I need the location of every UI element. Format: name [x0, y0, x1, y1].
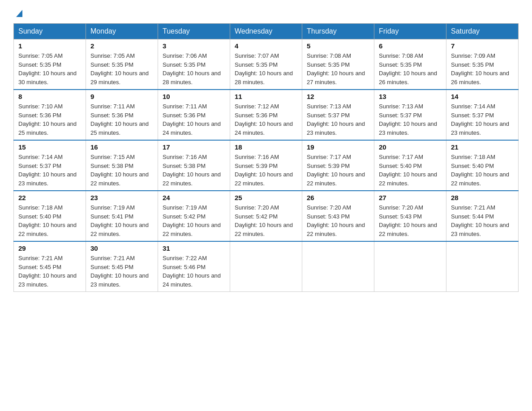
day-number: 17 [163, 143, 225, 151]
calendar-day-cell: 7Sunrise: 7:09 AMSunset: 5:35 PMDaylight… [446, 39, 519, 90]
column-header-thursday: Thursday [302, 24, 374, 39]
calendar-day-cell: 18Sunrise: 7:16 AMSunset: 5:39 PMDayligh… [230, 140, 302, 191]
calendar-week-row: 1Sunrise: 7:05 AMSunset: 5:35 PMDaylight… [14, 39, 519, 90]
svg-marker-0 [16, 10, 22, 17]
column-header-monday: Monday [86, 24, 158, 39]
calendar-day-cell: 11Sunrise: 7:12 AMSunset: 5:36 PMDayligh… [230, 90, 302, 140]
calendar-day-cell: 24Sunrise: 7:19 AMSunset: 5:42 PMDayligh… [158, 191, 230, 241]
day-number: 31 [163, 244, 225, 252]
calendar-day-cell: 13Sunrise: 7:13 AMSunset: 5:37 PMDayligh… [374, 90, 446, 140]
calendar-day-cell: 5Sunrise: 7:08 AMSunset: 5:35 PMDaylight… [302, 39, 374, 90]
day-number: 2 [90, 42, 153, 50]
day-info: Sunrise: 7:17 AMSunset: 5:39 PMDaylight:… [307, 153, 369, 188]
day-info: Sunrise: 7:11 AMSunset: 5:36 PMDaylight:… [163, 102, 225, 137]
day-info: Sunrise: 7:14 AMSunset: 5:37 PMDaylight:… [451, 102, 514, 137]
day-info: Sunrise: 7:08 AMSunset: 5:35 PMDaylight:… [379, 51, 442, 86]
day-number: 16 [90, 143, 153, 151]
day-number: 27 [379, 194, 442, 201]
day-info: Sunrise: 7:15 AMSunset: 5:38 PMDaylight:… [90, 153, 153, 188]
calendar-day-cell: 15Sunrise: 7:14 AMSunset: 5:37 PMDayligh… [14, 140, 86, 191]
calendar-day-cell: 29Sunrise: 7:21 AMSunset: 5:45 PMDayligh… [14, 241, 86, 292]
calendar-day-cell: 4Sunrise: 7:07 AMSunset: 5:35 PMDaylight… [230, 39, 302, 90]
column-header-friday: Friday [374, 24, 446, 39]
page-header [13, 9, 519, 15]
calendar-day-cell: 16Sunrise: 7:15 AMSunset: 5:38 PMDayligh… [86, 140, 158, 191]
day-info: Sunrise: 7:21 AMSunset: 5:44 PMDaylight:… [451, 203, 514, 238]
day-number: 13 [379, 93, 442, 100]
day-info: Sunrise: 7:19 AMSunset: 5:41 PMDaylight:… [90, 203, 153, 238]
calendar-day-cell: 1Sunrise: 7:05 AMSunset: 5:35 PMDaylight… [14, 39, 86, 90]
calendar-day-cell: 2Sunrise: 7:05 AMSunset: 5:35 PMDaylight… [86, 39, 158, 90]
day-info: Sunrise: 7:18 AMSunset: 5:40 PMDaylight:… [18, 203, 81, 238]
calendar-table: SundayMondayTuesdayWednesdayThursdayFrid… [13, 23, 519, 292]
day-number: 1 [18, 42, 81, 50]
day-number: 22 [18, 194, 81, 201]
day-number: 30 [90, 244, 153, 252]
day-info: Sunrise: 7:13 AMSunset: 5:37 PMDaylight:… [307, 102, 369, 137]
day-info: Sunrise: 7:17 AMSunset: 5:40 PMDaylight:… [379, 153, 442, 188]
day-info: Sunrise: 7:05 AMSunset: 5:35 PMDaylight:… [90, 51, 153, 86]
calendar-day-cell [374, 241, 446, 292]
day-number: 10 [163, 93, 225, 100]
calendar-day-cell: 14Sunrise: 7:14 AMSunset: 5:37 PMDayligh… [446, 90, 519, 140]
column-header-sunday: Sunday [14, 24, 86, 39]
calendar-day-cell: 19Sunrise: 7:17 AMSunset: 5:39 PMDayligh… [302, 140, 374, 191]
column-header-wednesday: Wednesday [230, 24, 302, 39]
calendar-day-cell: 3Sunrise: 7:06 AMSunset: 5:35 PMDaylight… [158, 39, 230, 90]
day-number: 11 [235, 93, 297, 100]
day-info: Sunrise: 7:22 AMSunset: 5:46 PMDaylight:… [163, 254, 225, 289]
calendar-day-cell: 20Sunrise: 7:17 AMSunset: 5:40 PMDayligh… [374, 140, 446, 191]
day-info: Sunrise: 7:09 AMSunset: 5:35 PMDaylight:… [451, 51, 514, 86]
calendar-day-cell: 9Sunrise: 7:11 AMSunset: 5:36 PMDaylight… [86, 90, 158, 140]
calendar-day-cell: 27Sunrise: 7:20 AMSunset: 5:43 PMDayligh… [374, 191, 446, 241]
day-info: Sunrise: 7:18 AMSunset: 5:40 PMDaylight:… [451, 153, 514, 188]
day-number: 18 [235, 143, 297, 151]
day-info: Sunrise: 7:05 AMSunset: 5:35 PMDaylight:… [18, 51, 81, 86]
calendar-header-row: SundayMondayTuesdayWednesdayThursdayFrid… [14, 24, 519, 39]
day-info: Sunrise: 7:16 AMSunset: 5:39 PMDaylight:… [235, 153, 297, 188]
calendar-day-cell [302, 241, 374, 292]
day-info: Sunrise: 7:12 AMSunset: 5:36 PMDaylight:… [235, 102, 297, 137]
calendar-day-cell: 30Sunrise: 7:21 AMSunset: 5:45 PMDayligh… [86, 241, 158, 292]
day-number: 9 [90, 93, 153, 100]
calendar-day-cell: 10Sunrise: 7:11 AMSunset: 5:36 PMDayligh… [158, 90, 230, 140]
day-number: 29 [18, 244, 81, 252]
day-info: Sunrise: 7:20 AMSunset: 5:43 PMDaylight:… [379, 203, 442, 238]
day-info: Sunrise: 7:06 AMSunset: 5:35 PMDaylight:… [163, 51, 225, 86]
calendar-day-cell: 8Sunrise: 7:10 AMSunset: 5:36 PMDaylight… [14, 90, 86, 140]
day-number: 3 [163, 42, 225, 50]
calendar-day-cell: 21Sunrise: 7:18 AMSunset: 5:40 PMDayligh… [446, 140, 519, 191]
day-number: 7 [451, 42, 514, 50]
calendar-day-cell: 12Sunrise: 7:13 AMSunset: 5:37 PMDayligh… [302, 90, 374, 140]
column-header-tuesday: Tuesday [158, 24, 230, 39]
calendar-day-cell: 6Sunrise: 7:08 AMSunset: 5:35 PMDaylight… [374, 39, 446, 90]
calendar-day-cell: 25Sunrise: 7:20 AMSunset: 5:42 PMDayligh… [230, 191, 302, 241]
calendar-day-cell: 22Sunrise: 7:18 AMSunset: 5:40 PMDayligh… [14, 191, 86, 241]
day-number: 6 [379, 42, 442, 50]
column-header-saturday: Saturday [446, 24, 519, 39]
day-number: 12 [307, 93, 369, 100]
day-number: 23 [90, 194, 153, 201]
day-info: Sunrise: 7:20 AMSunset: 5:43 PMDaylight:… [307, 203, 369, 238]
day-info: Sunrise: 7:21 AMSunset: 5:45 PMDaylight:… [90, 254, 153, 289]
day-number: 5 [307, 42, 369, 50]
day-info: Sunrise: 7:16 AMSunset: 5:38 PMDaylight:… [163, 153, 225, 188]
day-number: 8 [18, 93, 81, 100]
calendar-week-row: 22Sunrise: 7:18 AMSunset: 5:40 PMDayligh… [14, 191, 519, 241]
calendar-day-cell: 28Sunrise: 7:21 AMSunset: 5:44 PMDayligh… [446, 191, 519, 241]
day-info: Sunrise: 7:10 AMSunset: 5:36 PMDaylight:… [18, 102, 81, 137]
day-number: 28 [451, 194, 514, 201]
calendar-day-cell: 26Sunrise: 7:20 AMSunset: 5:43 PMDayligh… [302, 191, 374, 241]
day-info: Sunrise: 7:14 AMSunset: 5:37 PMDaylight:… [18, 153, 81, 188]
calendar-week-row: 29Sunrise: 7:21 AMSunset: 5:45 PMDayligh… [14, 241, 519, 292]
day-info: Sunrise: 7:19 AMSunset: 5:42 PMDaylight:… [163, 203, 225, 238]
day-info: Sunrise: 7:21 AMSunset: 5:45 PMDaylight:… [18, 254, 81, 289]
day-info: Sunrise: 7:11 AMSunset: 5:36 PMDaylight:… [90, 102, 153, 137]
day-info: Sunrise: 7:13 AMSunset: 5:37 PMDaylight:… [379, 102, 442, 137]
calendar-day-cell: 31Sunrise: 7:22 AMSunset: 5:46 PMDayligh… [158, 241, 230, 292]
day-info: Sunrise: 7:08 AMSunset: 5:35 PMDaylight:… [307, 51, 369, 86]
day-number: 20 [379, 143, 442, 151]
calendar-day-cell [230, 241, 302, 292]
calendar-day-cell: 17Sunrise: 7:16 AMSunset: 5:38 PMDayligh… [158, 140, 230, 191]
day-info: Sunrise: 7:20 AMSunset: 5:42 PMDaylight:… [235, 203, 297, 238]
